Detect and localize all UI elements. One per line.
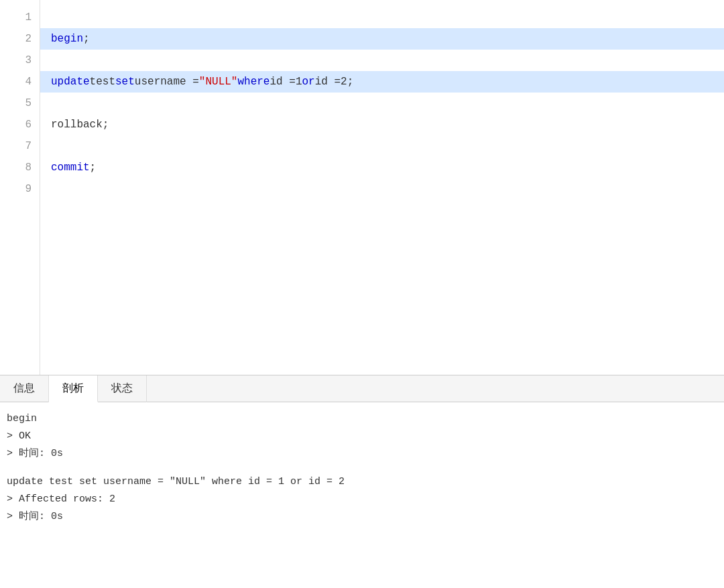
line-number: 9 xyxy=(0,178,40,200)
code-content[interactable]: begin; update test set username = "NULL"… xyxy=(40,0,724,375)
token: test xyxy=(90,71,115,93)
token: ; xyxy=(103,114,109,135)
tab-bar: 信息剖析状态 xyxy=(0,375,724,402)
token: begin xyxy=(51,28,83,50)
tab-item[interactable]: 信息 xyxy=(0,375,49,402)
line-number: 7 xyxy=(0,135,40,157)
output-area: begin> OK> 时间: 0supdate test set usernam… xyxy=(0,402,724,588)
output-line: > 时间: 0s xyxy=(7,445,717,463)
output-line: > 时间: 0s xyxy=(7,508,717,526)
token: id = xyxy=(269,71,295,93)
line-number: 2 xyxy=(0,28,40,50)
token: id = xyxy=(315,71,341,93)
editor-area: 123456789 begin; update test set usernam… xyxy=(0,0,724,375)
token: rollback xyxy=(51,114,103,135)
token: update xyxy=(51,71,90,93)
bottom-panel: 信息剖析状态 begin> OK> 时间: 0supdate test set … xyxy=(0,375,724,588)
token: set xyxy=(115,71,135,93)
tab-item[interactable]: 状态 xyxy=(98,375,147,402)
line-number: 5 xyxy=(0,93,40,114)
output-line: update test set username = "NULL" where … xyxy=(7,473,717,491)
token: where xyxy=(237,71,269,93)
line-numbers: 123456789 xyxy=(0,0,40,375)
line-number: 8 xyxy=(0,157,40,178)
output-blank xyxy=(7,463,717,473)
line-number: 1 xyxy=(0,7,40,28)
line-number: 4 xyxy=(0,71,40,93)
code-line xyxy=(51,135,724,157)
token: 1 xyxy=(296,71,302,93)
token: 2 xyxy=(341,71,347,93)
output-line: > OK xyxy=(7,428,717,445)
code-line xyxy=(51,178,724,200)
line-number: 3 xyxy=(0,50,40,71)
code-line: begin; xyxy=(40,28,724,50)
output-line: begin xyxy=(7,410,717,428)
token: ; xyxy=(347,71,354,93)
code-line: update test set username = "NULL" where … xyxy=(40,71,724,93)
code-line xyxy=(51,93,724,114)
token: "NULL" xyxy=(199,71,238,93)
code-line: rollback; xyxy=(51,114,724,135)
token: or xyxy=(302,71,314,93)
line-number: 6 xyxy=(0,114,40,135)
code-line xyxy=(51,7,724,28)
code-line: commit; xyxy=(51,157,724,178)
token: ; xyxy=(83,28,90,50)
tab-item[interactable]: 剖析 xyxy=(49,375,98,402)
output-line: > Affected rows: 2 xyxy=(7,491,717,508)
token: username = xyxy=(135,71,199,93)
code-line xyxy=(51,50,724,71)
token: commit xyxy=(51,157,90,178)
token: ; xyxy=(90,157,97,178)
